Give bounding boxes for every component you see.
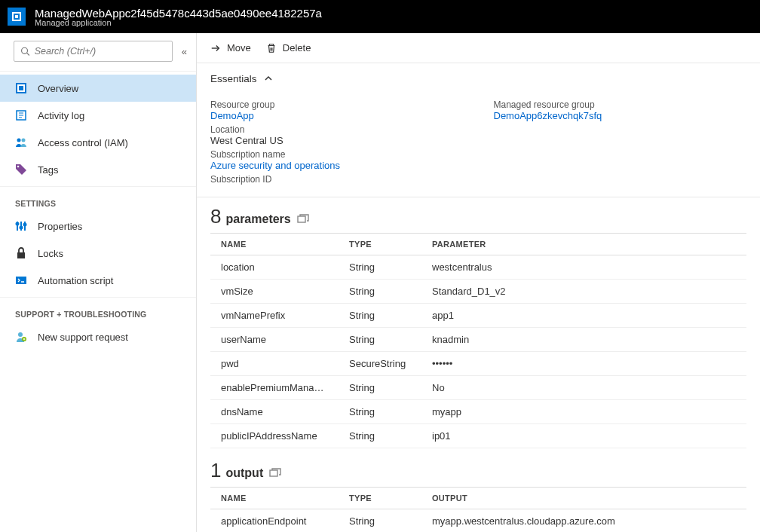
parameters-count: 8 xyxy=(210,205,221,228)
sidebar-item-label: Tags xyxy=(38,164,58,176)
managed-rg-link[interactable]: DemoApp6zkevchqk7sfq xyxy=(494,110,747,121)
settings-heading: SETTINGS xyxy=(0,190,196,212)
sidebar-item-access-control[interactable]: Access control (IAM) xyxy=(0,129,196,156)
param-type: String xyxy=(339,400,421,424)
essentials-heading: Essentials xyxy=(210,73,257,84)
outputs-block: 1 output NAME TYPE OUTPUT applicationEnd… xyxy=(197,451,760,532)
delete-button[interactable]: Delete xyxy=(266,42,311,54)
svg-point-12 xyxy=(22,139,26,142)
output-value: myapp.westcentralus.cloudapp.azure.com xyxy=(421,509,746,533)
table-row[interactable]: locationStringwestcentralus xyxy=(210,255,746,280)
page-header: ManagedWebAppc2f45d5478c443d5ae0490ee418… xyxy=(0,0,760,33)
table-row[interactable]: vmSizeStringStandard_D1_v2 xyxy=(210,280,746,304)
param-header-type[interactable]: TYPE xyxy=(339,234,421,255)
arrow-right-icon xyxy=(210,43,221,54)
table-row[interactable]: pwdSecureString•••••• xyxy=(210,352,746,376)
parameters-block: 8 parameters NAME TYPE PARAMETER locatio… xyxy=(197,197,760,451)
svg-point-18 xyxy=(20,227,23,229)
sidebar-item-label: New support request xyxy=(38,332,128,343)
param-name: location xyxy=(210,255,339,280)
param-type: String xyxy=(339,255,421,280)
param-name: vmSize xyxy=(210,280,339,304)
move-label: Move xyxy=(227,42,251,54)
table-row[interactable]: vmNamePrefixStringapp1 xyxy=(210,304,746,328)
svg-rect-20 xyxy=(17,252,25,258)
location-label: Location xyxy=(210,124,464,135)
essentials-toggle[interactable]: Essentials xyxy=(197,63,760,93)
link-icon[interactable] xyxy=(269,468,281,477)
table-row[interactable]: userNameStringknadmin xyxy=(210,328,746,352)
param-value: knadmin xyxy=(421,328,746,352)
param-value: No xyxy=(421,376,746,400)
param-type: String xyxy=(339,328,421,352)
svg-rect-6 xyxy=(19,86,23,90)
param-type: String xyxy=(339,280,421,304)
sidebar-item-label: Overview xyxy=(38,83,78,94)
resource-group-label: Resource group xyxy=(210,99,464,110)
table-row[interactable]: applicationEndpointStringmyapp.westcentr… xyxy=(210,509,746,533)
svg-rect-25 xyxy=(298,216,305,222)
table-row[interactable]: dnsNameStringmyapp xyxy=(210,400,746,424)
param-type: String xyxy=(339,376,421,400)
resource-type-icon xyxy=(8,8,26,26)
sidebar-item-new-support-request[interactable]: New support request xyxy=(0,323,196,350)
search-input-wrapper[interactable] xyxy=(14,41,173,62)
param-name: dnsName xyxy=(210,400,339,424)
output-header-type[interactable]: TYPE xyxy=(339,488,421,509)
collapse-sidebar-button[interactable]: « xyxy=(182,46,187,57)
output-header-name[interactable]: NAME xyxy=(210,488,339,509)
managed-rg-label: Managed resource group xyxy=(494,99,747,110)
support-icon xyxy=(15,331,27,343)
svg-rect-21 xyxy=(16,277,26,284)
move-button[interactable]: Move xyxy=(210,42,251,54)
param-type: String xyxy=(339,304,421,328)
svg-point-13 xyxy=(17,166,20,168)
table-row[interactable]: publicIPAddressNameStringip01 xyxy=(210,424,746,448)
sidebar-item-label: Properties xyxy=(38,221,82,232)
param-value: •••••• xyxy=(421,352,746,376)
svg-rect-26 xyxy=(270,470,277,476)
param-type: SecureString xyxy=(339,352,421,376)
search-input[interactable] xyxy=(35,46,166,57)
parameters-table: NAME TYPE PARAMETER locationStringwestce… xyxy=(210,233,746,448)
sidebar-item-locks[interactable]: Locks xyxy=(0,240,196,267)
param-name: userName xyxy=(210,328,339,352)
outputs-count: 1 xyxy=(210,459,221,482)
sidebar-item-overview[interactable]: Overview xyxy=(0,75,196,102)
subscription-name-link[interactable]: Azure security and operations xyxy=(210,160,464,171)
main-content: Move Delete Essentials Resource group De… xyxy=(197,33,760,532)
param-name: enablePremiumManagem... xyxy=(210,376,339,400)
subscription-name-label: Subscription name xyxy=(210,149,464,160)
output-name: applicationEndpoint xyxy=(210,509,339,533)
param-value: Standard_D1_v2 xyxy=(421,280,746,304)
param-value: ip01 xyxy=(421,424,746,448)
svg-point-2 xyxy=(22,47,28,54)
table-row[interactable]: enablePremiumManagem...StringNo xyxy=(210,376,746,400)
sidebar-item-label: Locks xyxy=(38,248,63,259)
svg-point-11 xyxy=(17,139,21,142)
sidebar-item-tags[interactable]: Tags xyxy=(0,156,196,183)
resource-group-link[interactable]: DemoApp xyxy=(210,110,464,121)
param-header-value[interactable]: PARAMETER xyxy=(421,234,746,255)
support-heading: SUPPORT + TROUBLESHOOTING xyxy=(0,301,196,323)
sidebar-item-activity-log[interactable]: Activity log xyxy=(0,102,196,129)
access-control-icon xyxy=(15,136,27,148)
sidebar-item-label: Automation script xyxy=(38,275,113,286)
sidebar-item-label: Activity log xyxy=(38,110,84,121)
output-header-value[interactable]: OUTPUT xyxy=(421,488,746,509)
sidebar-item-label: Access control (IAM) xyxy=(38,137,128,148)
param-type: String xyxy=(339,424,421,448)
overview-icon xyxy=(15,82,27,94)
lock-icon xyxy=(15,247,27,259)
tags-icon xyxy=(15,164,27,176)
param-name: vmNamePrefix xyxy=(210,304,339,328)
output-type: String xyxy=(339,509,421,533)
param-name: pwd xyxy=(210,352,339,376)
link-icon[interactable] xyxy=(297,214,309,223)
param-header-name[interactable]: NAME xyxy=(210,234,339,255)
sidebar-item-properties[interactable]: Properties xyxy=(0,212,196,240)
sidebar-item-automation-script[interactable]: Automation script xyxy=(0,267,196,294)
param-name: publicIPAddressName xyxy=(210,424,339,448)
outputs-word: output xyxy=(225,466,263,480)
svg-point-22 xyxy=(18,332,23,337)
